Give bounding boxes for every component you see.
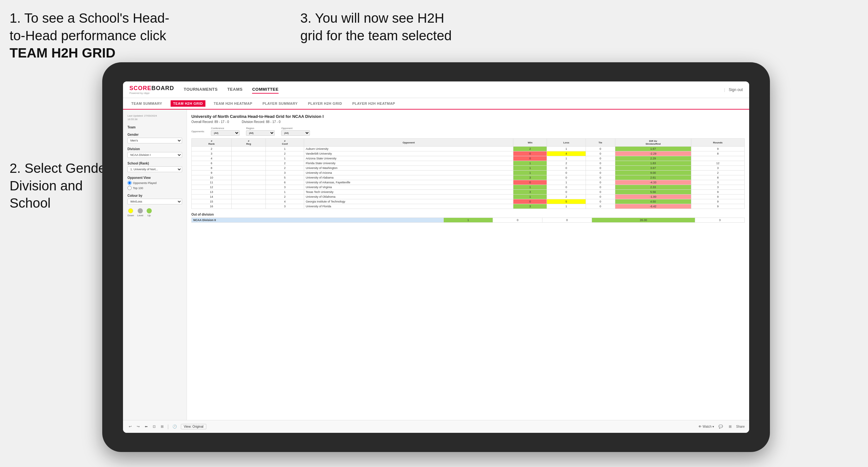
cell-loss: 1 — [547, 147, 586, 151]
cell-reg — [231, 170, 266, 175]
cell-reg — [231, 161, 266, 166]
cell-tie: 0 — [586, 151, 615, 156]
cell-loss: 0 — [547, 185, 586, 190]
cell-reg — [231, 147, 266, 151]
comment-btn[interactable]: 💬 — [717, 424, 724, 429]
cell-rank: 16 — [192, 204, 231, 209]
view-original-btn[interactable]: View: Original — [181, 424, 206, 429]
cell-rounds: 2 — [691, 170, 744, 175]
nav-tournaments[interactable]: TOURNAMENTS — [184, 86, 218, 94]
table-row: 9 3 University of Arizona 1 0 0 9.00 2 — [192, 170, 745, 175]
team-section: Team — [127, 126, 182, 129]
cell-rounds: 3 — [691, 166, 744, 170]
cell-win: 1 — [514, 170, 547, 175]
subnav-player-h2h-heatmap[interactable]: PLAYER H2H HEATMAP — [350, 100, 397, 107]
cell-opponent: Texas Tech University — [304, 190, 514, 194]
col-diff: Diff AvStrokes/Rnd — [615, 138, 691, 147]
redo-btn[interactable]: ↪ — [135, 424, 141, 429]
record-row: Overall Record: 89 - 17 - 0 Division Rec… — [191, 120, 745, 124]
col-conf: #Conf — [266, 138, 304, 147]
cell-opponent: Georgia Institute of Technology — [304, 199, 514, 204]
cell-reg — [231, 190, 266, 194]
division-section: Division NCAA Division I — [127, 147, 182, 158]
cell-rounds: 9 — [691, 190, 744, 194]
cell-win: 0 — [514, 199, 547, 204]
gender-select[interactable]: Men's — [127, 138, 182, 144]
division-select[interactable]: NCAA Division I — [127, 152, 182, 158]
filter-row: Opponents: Conference (All) Region (All) — [191, 127, 745, 136]
cell-conf: 3 — [266, 204, 304, 209]
cell-tie: 0 — [586, 185, 615, 190]
undo-btn[interactable]: ↩ — [127, 424, 133, 429]
radio-opponents-played[interactable]: Opponents Played — [127, 181, 182, 185]
cell-conf: 4 — [266, 199, 304, 204]
cell-tie: 0 — [586, 190, 615, 194]
cell-loss: 5 — [547, 199, 586, 204]
toolbar-right: 👁 Watch ▾ 💬 ⊞ Share — [699, 424, 745, 429]
ood-diff: 26.00 — [592, 218, 695, 223]
cell-diff: 1.83 — [615, 161, 691, 166]
subnav-team-h2h-grid[interactable]: TEAM H2H GRID — [170, 100, 206, 107]
cell-conf: 2 — [266, 166, 304, 170]
cell-tie: 0 — [586, 170, 615, 175]
level-dot — [138, 208, 143, 213]
logo-sub: Powered by clippi — [129, 92, 174, 95]
add-btn[interactable]: ⊞ — [159, 424, 165, 429]
color-legend: Down Level Up — [127, 208, 182, 217]
region-label: Region — [246, 127, 275, 130]
cell-win: 1 — [514, 185, 547, 190]
sign-out[interactable]: | Sign out — [724, 88, 743, 92]
cell-loss: 1 — [547, 156, 586, 161]
radio-top100[interactable]: Top 100 — [127, 186, 182, 190]
table-row: 6 2 Florida State University 1 2 0 1.83 … — [192, 161, 745, 166]
cell-reg — [231, 175, 266, 180]
colour-by-label: Colour by — [127, 194, 182, 197]
conference-filter: Conference (All) — [211, 127, 240, 136]
cell-loss: 0 — [547, 175, 586, 180]
subnav-team-h2h-heatmap[interactable]: TEAM H2H HEATMAP — [212, 100, 254, 107]
legend-up: Up — [147, 208, 152, 217]
colour-by-select[interactable]: Win/Loss — [127, 199, 182, 205]
data-table: #Rank #Reg #Conf Opponent Win Loss Tie D… — [191, 138, 745, 209]
cell-rank: 13 — [192, 190, 231, 194]
clock-btn[interactable]: 🕐 — [171, 424, 178, 429]
cell-tie: 0 — [586, 180, 615, 185]
cell-diff: 2.29 — [615, 156, 691, 161]
school-select[interactable]: 1. University of Nort... — [127, 166, 182, 172]
nav-teams[interactable]: TEAMS — [227, 86, 243, 94]
cell-rank: 9 — [192, 170, 231, 175]
subnav-player-summary[interactable]: PLAYER SUMMARY — [261, 100, 300, 107]
cell-opponent: University of Virginia — [304, 185, 514, 190]
table-row: 3 2 Vanderbilt University 0 4 0 -2.29 8 — [192, 151, 745, 156]
cell-opponent: University of Washington — [304, 166, 514, 170]
back-btn[interactable]: ⬅ — [144, 424, 149, 429]
cell-loss: 1 — [547, 204, 586, 209]
sub-nav: TEAM SUMMARY TEAM H2H GRID TEAM H2H HEAT… — [123, 98, 749, 110]
logo-text: SCORESCOREBOARDBOARD — [129, 85, 174, 92]
cell-conf: 5 — [266, 175, 304, 180]
nav-committee[interactable]: COMMITTEE — [252, 86, 279, 94]
opponent-select[interactable]: (All) — [281, 130, 310, 136]
subnav-player-h2h-grid[interactable]: PLAYER H2H GRID — [306, 100, 344, 107]
cell-rounds: 9 — [691, 204, 744, 209]
present-btn[interactable]: ⊞ — [727, 424, 733, 429]
cell-tie: 0 — [586, 194, 615, 199]
cell-reg — [231, 199, 266, 204]
watch-btn[interactable]: 👁 Watch ▾ — [699, 425, 714, 428]
cell-loss: 0 — [547, 166, 586, 170]
cell-reg — [231, 151, 266, 156]
region-select[interactable]: (All) — [246, 130, 275, 136]
cell-diff: 5.56 — [615, 190, 691, 194]
ood-loss: 0 — [493, 218, 542, 223]
last-updated: Last Updated: 27/03/2024 16:55:38 — [127, 114, 182, 121]
conference-select[interactable]: (All) — [211, 130, 240, 136]
up-dot — [147, 208, 152, 213]
grid-title: University of North Carolina Head-to-Hea… — [191, 114, 745, 119]
table-row: 8 2 University of Washington 1 0 0 3.67 … — [192, 166, 745, 170]
subnav-team-summary[interactable]: TEAM SUMMARY — [129, 100, 164, 107]
cell-reg — [231, 204, 266, 209]
cell-diff: 2.33 — [615, 185, 691, 190]
share-btn[interactable]: Share — [736, 425, 745, 428]
crop-btn[interactable]: ⊡ — [151, 424, 157, 429]
colour-by-section: Colour by Win/Loss — [127, 194, 182, 205]
